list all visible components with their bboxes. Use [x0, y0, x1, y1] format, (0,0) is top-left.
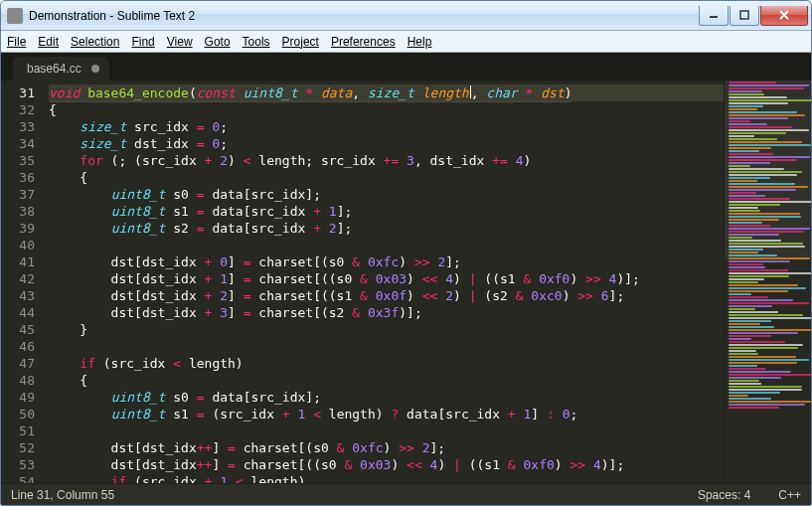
minimize-button[interactable] — [699, 6, 729, 26]
tabbar: base64.cc — [1, 53, 811, 81]
line-number[interactable]: 48 — [1, 372, 35, 389]
code-line[interactable]: uint8_t s1 = (src_idx + 1 < length) ? da… — [49, 406, 724, 422]
menu-selection[interactable]: Selection — [71, 35, 119, 49]
menu-tools[interactable]: Tools — [243, 35, 270, 49]
code-line[interactable]: if (src_idx + 1 < length) — [49, 473, 724, 483]
code-line[interactable]: void base64_encode(const uint8_t * data,… — [49, 84, 724, 101]
minimap-viewport[interactable] — [725, 81, 811, 259]
code-line[interactable]: { — [49, 372, 724, 389]
line-number[interactable]: 51 — [1, 422, 35, 439]
line-number[interactable]: 41 — [1, 253, 35, 270]
code-line[interactable] — [49, 422, 724, 439]
menu-edit[interactable]: Edit — [38, 35, 59, 49]
code-line[interactable]: { — [49, 101, 724, 118]
titlebar[interactable]: Demonstration - Sublime Text 2 — [1, 1, 811, 31]
line-number[interactable]: 32 — [1, 101, 35, 118]
minimap-line — [729, 219, 779, 221]
line-number[interactable]: 46 — [1, 338, 35, 355]
line-number[interactable]: 49 — [1, 389, 35, 406]
minimap-line — [729, 201, 811, 203]
code-line[interactable]: dst[dst_idx + 2] = charset[((s1 & 0x0f) … — [49, 287, 724, 304]
code-line[interactable]: size_t src_idx = 0; — [49, 118, 724, 135]
minimap-line — [729, 222, 762, 224]
maximize-button[interactable] — [730, 6, 759, 26]
file-tab[interactable]: base64.cc — [13, 57, 109, 81]
minimap-line — [729, 204, 780, 206]
line-number[interactable]: 52 — [1, 439, 35, 456]
close-button[interactable] — [760, 6, 808, 26]
statusbar: Line 31, Column 55 Spaces: 4 C++ — [1, 483, 811, 505]
minimap-line — [729, 114, 805, 116]
minimap-line — [729, 123, 767, 125]
code-line[interactable] — [49, 338, 724, 355]
minimap-line — [729, 186, 808, 188]
code-line[interactable] — [49, 237, 724, 253]
minimap-line — [729, 341, 785, 343]
minimap-line — [729, 189, 796, 191]
line-number[interactable]: 37 — [1, 186, 35, 203]
line-number[interactable]: 34 — [1, 135, 35, 152]
menu-view[interactable]: View — [167, 35, 193, 49]
minimap-line — [729, 344, 803, 346]
minimap-line — [729, 111, 797, 113]
menu-file[interactable]: File — [7, 35, 26, 49]
code-line[interactable]: uint8_t s2 = data[src_idx + 2]; — [49, 220, 724, 237]
line-number[interactable]: 44 — [1, 304, 35, 321]
minimap[interactable] — [724, 81, 811, 483]
minimap-line — [729, 246, 805, 248]
line-number[interactable]: 40 — [1, 237, 35, 253]
dirty-indicator-icon — [91, 65, 99, 73]
code-line[interactable]: dst[dst_idx++] = charset[((s0 & 0x03) <<… — [49, 456, 724, 473]
line-number[interactable]: 43 — [1, 287, 35, 304]
code-line[interactable]: uint8_t s0 = data[src_idx]; — [49, 186, 724, 203]
code-line[interactable]: { — [49, 169, 724, 186]
code-editor[interactable]: void base64_encode(const uint8_t * data,… — [43, 81, 724, 483]
menu-preferences[interactable]: Preferences — [331, 35, 396, 49]
line-number[interactable]: 39 — [1, 220, 35, 237]
line-number[interactable]: 42 — [1, 270, 35, 287]
code-wrap: 3132333435363738394041424344454647484950… — [1, 81, 811, 483]
minimap-line — [729, 135, 754, 137]
minimap-line — [729, 237, 752, 239]
minimap-line — [729, 90, 762, 92]
minimap-line — [729, 326, 774, 328]
line-number[interactable]: 31 — [1, 84, 35, 101]
line-number[interactable]: 35 — [1, 152, 35, 169]
minimap-line — [729, 368, 766, 370]
code-line[interactable]: dst[dst_idx++] = charset[(s0 & 0xfc) >> … — [49, 439, 724, 456]
line-number[interactable]: 53 — [1, 456, 35, 473]
menubar: File Edit Selection Find View Goto Tools… — [1, 31, 811, 53]
menu-help[interactable]: Help — [407, 35, 432, 49]
line-number[interactable]: 47 — [1, 355, 35, 372]
code-line[interactable]: for (; (src_idx + 2) < length; src_idx +… — [49, 152, 724, 169]
minimap-line — [729, 87, 804, 89]
line-number[interactable]: 38 — [1, 203, 35, 220]
gutter[interactable]: 3132333435363738394041424344454647484950… — [1, 81, 43, 483]
menu-find[interactable]: Find — [131, 35, 154, 49]
minimap-line — [729, 356, 796, 358]
status-language[interactable]: C++ — [778, 488, 801, 502]
minimap-line — [729, 281, 758, 283]
line-number[interactable]: 36 — [1, 169, 35, 186]
minimap-line — [729, 302, 809, 304]
minimap-line — [729, 296, 768, 298]
code-line[interactable]: uint8_t s0 = data[src_idx]; — [49, 389, 724, 406]
code-line[interactable]: if (src_idx < length) — [49, 355, 724, 372]
menu-goto[interactable]: Goto — [205, 35, 231, 49]
status-spaces[interactable]: Spaces: 4 — [698, 488, 750, 502]
code-line[interactable]: dst[dst_idx + 3] = charset[(s2 & 0x3f)]; — [49, 304, 724, 321]
line-number[interactable]: 45 — [1, 321, 35, 338]
code-line[interactable]: } — [49, 321, 724, 338]
code-line[interactable]: size_t dst_idx = 0; — [49, 135, 724, 152]
line-number[interactable]: 33 — [1, 118, 35, 135]
code-line[interactable]: dst[dst_idx + 0] = charset[(s0 & 0xfc) >… — [49, 253, 724, 270]
minimap-line — [729, 129, 809, 131]
code-line[interactable]: uint8_t s1 = data[src_idx + 1]; — [49, 203, 724, 220]
code-line[interactable]: dst[dst_idx + 1] = charset[((s0 & 0x03) … — [49, 270, 724, 287]
line-number[interactable]: 50 — [1, 406, 35, 422]
minimap-line — [729, 401, 811, 403]
menu-project[interactable]: Project — [282, 35, 319, 49]
minimap-line — [729, 278, 764, 280]
minimap-line — [729, 293, 751, 295]
status-position[interactable]: Line 31, Column 55 — [11, 488, 114, 502]
